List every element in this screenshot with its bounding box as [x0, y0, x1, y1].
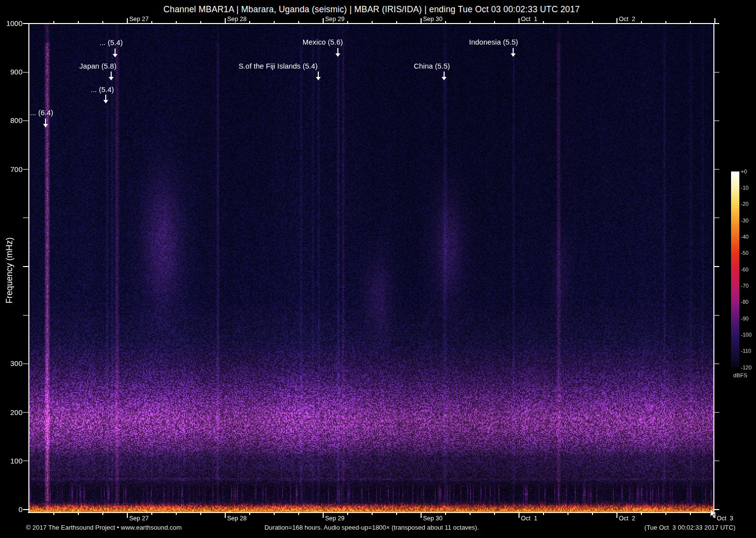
colorbar-tick-label: -80	[741, 299, 749, 305]
colorbar-tick-label: -70	[741, 283, 749, 289]
bottom-date-label: Oct 1	[521, 515, 537, 522]
y-tick-label: 200	[0, 408, 23, 416]
colorbar-tick-label: +0	[741, 169, 747, 174]
figure-title: Channel MBAR1A | Mbarara, Uganda (seismi…	[0, 4, 743, 15]
down-arrow-icon	[511, 48, 516, 57]
y-tick-label: 800	[0, 116, 23, 124]
y-tick-label: 100	[0, 457, 23, 465]
colorbar-unit-label: dBFS	[731, 372, 750, 378]
y-tick-label: 700	[0, 165, 23, 173]
top-date-label: Oct 2	[619, 16, 635, 23]
down-arrow-icon	[442, 72, 447, 80]
colorbar-tick-label: -100	[741, 332, 752, 338]
earthquake-label: China (5.5)	[414, 62, 450, 70]
earthquake-label: ... (6.4)	[30, 108, 53, 117]
spectrogram-canvas	[29, 24, 714, 513]
down-arrow-icon	[113, 49, 118, 57]
footer-timestamp: (Tue Oct 3 00:02:33 2017 UTC)	[644, 524, 735, 531]
colorbar-gradient	[731, 171, 739, 367]
y-axis-title: Frequency (mHz)	[4, 237, 15, 303]
down-arrow-icon	[109, 72, 114, 80]
bottom-date-label: Sep 29	[325, 515, 345, 522]
down-arrow-icon	[103, 95, 108, 103]
colorbar-tick-label: -50	[741, 250, 749, 256]
down-arrow-icon	[335, 48, 340, 57]
y-tick-label: 0	[0, 505, 23, 514]
y-tick-label: 900	[0, 68, 23, 76]
colorbar-tick-label: -110	[741, 348, 751, 354]
colorbar-tick-label: -40	[741, 234, 749, 240]
cursor-icon	[710, 509, 718, 519]
earthquake-label: Indonesia (5.5)	[469, 38, 518, 46]
top-date-label: Sep 30	[423, 16, 443, 23]
y-tick-label: 1000	[0, 19, 23, 27]
colorbar-tick-label: -60	[741, 267, 749, 272]
colorbar-tick-label: -30	[741, 218, 749, 223]
down-arrow-icon	[316, 72, 321, 80]
top-date-label: Sep 28	[227, 16, 247, 23]
y-tick-label: 300	[0, 359, 23, 367]
bottom-date-label: Sep 27	[129, 515, 149, 522]
earthquake-label: S.of the Fiji Islands (5.4)	[238, 62, 318, 70]
footer-duration: Duration=168 hours. Audio speed-up=1800×…	[0, 524, 743, 531]
down-arrow-icon	[43, 119, 48, 127]
colorbar-tick-label: -120	[741, 365, 752, 370]
top-date-label: Oct 1	[521, 16, 537, 23]
bottom-date-label: Oct 2	[619, 515, 635, 522]
spectrogram-figure: Channel MBAR1A | Mbarara, Uganda (seismi…	[0, 0, 756, 538]
bottom-date-label: Sep 28	[227, 515, 247, 522]
earthquake-label: Japan (5.8)	[79, 62, 117, 70]
earthquake-label: Mexico (5.6)	[303, 38, 343, 46]
colorbar-tick-label: -90	[741, 316, 749, 321]
top-date-label: Sep 27	[129, 16, 149, 23]
earthquake-label: ... (5.4)	[91, 85, 114, 94]
colorbar-tick-label: -10	[741, 185, 749, 191]
earthquake-label: ... (5.4)	[99, 38, 123, 47]
bottom-date-label: Oct 3	[717, 515, 733, 522]
colorbar-tick-label: -20	[741, 201, 749, 207]
top-date-label: Sep 29	[325, 16, 345, 23]
bottom-date-label: Sep 30	[423, 515, 443, 522]
